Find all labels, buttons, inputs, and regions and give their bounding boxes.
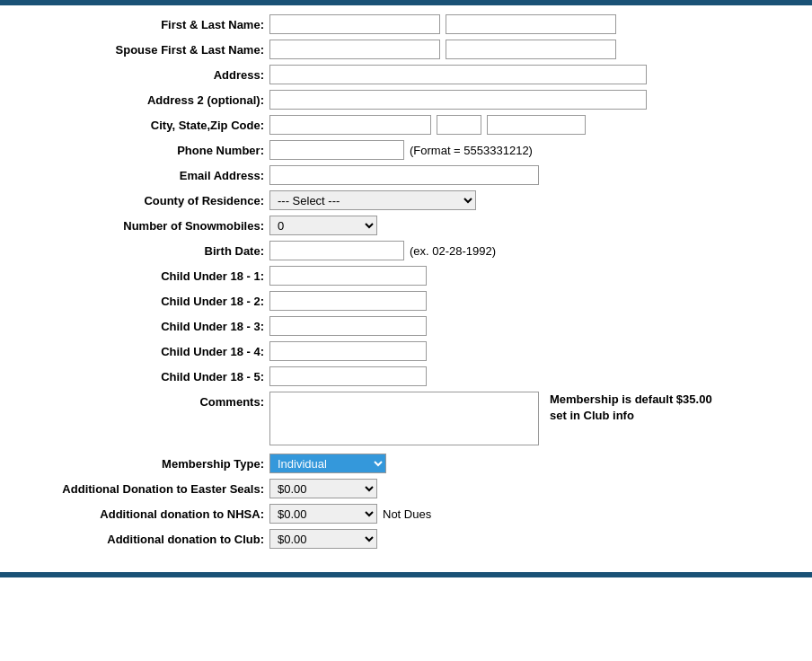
not-dues-text: Not Dues [383, 507, 431, 521]
spouse-name-row: Spouse First & Last Name: [18, 40, 794, 59]
child5-row: Child Under 18 - 5: [18, 366, 794, 386]
phone-number-label: Phone Number: [18, 144, 269, 157]
nhsa-label: Additional donation to NHSA: [18, 507, 269, 521]
club-donation-row: Additional donation to Club: $0.00 $5.00… [18, 529, 794, 549]
child5-label: Child Under 18 - 5: [18, 370, 269, 383]
membership-type-label: Membership Type: [18, 457, 269, 471]
email-address-row: Email Address: [18, 165, 794, 185]
address2-label: Address 2 (optional): [18, 93, 269, 107]
birth-date-input[interactable] [269, 241, 404, 260]
last-name-input[interactable] [446, 14, 616, 34]
club-donation-label: Additional donation to Club: [18, 533, 269, 546]
spouse-first-name-input[interactable] [269, 40, 440, 59]
club-donation-select[interactable]: $0.00 $5.00 $10.00 $15.00 $20.00 $25.00 … [269, 529, 377, 549]
first-last-name-row: First & Last Name: [18, 14, 794, 34]
bottom-bar [0, 572, 812, 577]
child3-input[interactable] [269, 316, 427, 336]
email-label: Email Address: [18, 169, 269, 182]
birth-date-label: Birth Date: [18, 244, 269, 258]
nhsa-row: Additional donation to NHSA: $0.00 $5.00… [18, 504, 794, 524]
easter-seals-select[interactable]: $0.00 $5.00 $10.00 $15.00 $20.00 $25.00 … [269, 479, 377, 498]
child5-input[interactable] [269, 366, 427, 386]
comments-row: Comments: Membership is default $35.00 s… [18, 392, 794, 448]
child3-row: Child Under 18 - 3: [18, 316, 794, 336]
snowmobile-select[interactable]: 0 1 2 3 4 5 [269, 216, 377, 235]
easter-seals-label: Additional Donation to Easter Seals: [18, 482, 269, 496]
comments-textarea[interactable] [269, 392, 539, 445]
membership-note: Membership is default $35.00 set in Club… [550, 392, 729, 424]
phone-number-row: Phone Number: (Format = 5553331212) [18, 140, 794, 160]
address-input[interactable] [269, 65, 647, 84]
child4-row: Child Under 18 - 4: [18, 341, 794, 361]
birth-date-helper: (ex. 02-28-1992) [410, 244, 496, 258]
county-select[interactable]: --- Select --- Belknap Carroll Cheshire … [269, 190, 476, 210]
city-state-zip-label: City, State,Zip Code: [18, 119, 269, 132]
email-input[interactable] [269, 165, 539, 185]
child4-input[interactable] [269, 341, 427, 361]
state-input[interactable] [437, 115, 481, 135]
comments-label: Comments: [18, 392, 269, 409]
county-residence-row: County of Residence: --- Select --- Belk… [18, 190, 794, 210]
phone-input[interactable] [269, 140, 404, 160]
spouse-last-name-input[interactable] [446, 40, 616, 59]
child1-input[interactable] [269, 266, 427, 286]
snowmobile-row: Number of Snowmobiles: 0 1 2 3 4 5 [18, 216, 794, 235]
birth-date-row: Birth Date: (ex. 02-28-1992) [18, 241, 794, 260]
membership-type-row: Membership Type: Individual Family Senio… [18, 454, 794, 473]
child2-row: Child Under 18 - 2: [18, 291, 794, 311]
child4-label: Child Under 18 - 4: [18, 345, 269, 358]
address2-input[interactable] [269, 90, 647, 110]
city-state-zip-row: City, State,Zip Code: [18, 115, 794, 135]
child3-label: Child Under 18 - 3: [18, 320, 269, 333]
phone-helper-text: (Format = 5553331212) [410, 144, 533, 157]
form-container: First & Last Name: Spouse First & Last N… [0, 5, 812, 563]
child2-input[interactable] [269, 291, 427, 311]
membership-type-select[interactable]: Individual Family Senior Junior [269, 454, 386, 473]
address-label: Address: [18, 68, 269, 82]
address-row: Address: [18, 65, 794, 84]
nhsa-select[interactable]: $0.00 $5.00 $10.00 $15.00 $20.00 $25.00 … [269, 504, 377, 524]
zip-input[interactable] [487, 115, 586, 135]
first-name-input[interactable] [269, 14, 440, 34]
child2-label: Child Under 18 - 2: [18, 295, 269, 308]
first-last-name-label: First & Last Name: [18, 18, 269, 31]
spouse-name-label: Spouse First & Last Name: [18, 43, 269, 57]
child1-label: Child Under 18 - 1: [18, 269, 269, 283]
address2-row: Address 2 (optional): [18, 90, 794, 110]
easter-seals-row: Additional Donation to Easter Seals: $0.… [18, 479, 794, 498]
snowmobile-label: Number of Snowmobiles: [18, 219, 269, 233]
county-label: County of Residence: [18, 194, 269, 207]
child1-row: Child Under 18 - 1: [18, 266, 794, 286]
city-input[interactable] [269, 115, 431, 135]
